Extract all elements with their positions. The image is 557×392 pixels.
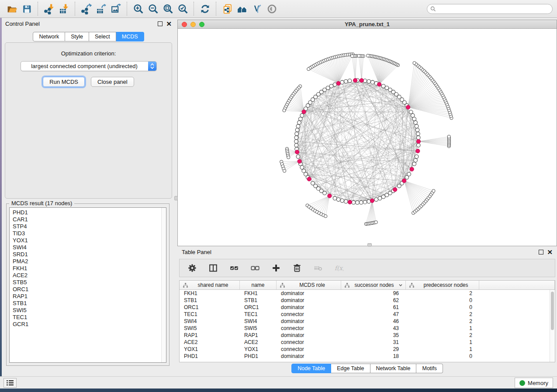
- mcds-result-node[interactable]: STB1: [13, 300, 166, 307]
- cell-mcds_role[interactable]: dominator: [277, 297, 341, 304]
- table-row[interactable]: TEC1TEC1connector472: [180, 311, 550, 318]
- zoom-selected-button[interactable]: [175, 2, 190, 15]
- cell-successor_nodes[interactable]: 96: [341, 290, 406, 297]
- mcds-result-node[interactable]: SRD1: [13, 251, 166, 258]
- cell-mcds_role[interactable]: dominator: [277, 290, 341, 297]
- table-scrollbar-thumb[interactable]: [551, 292, 554, 330]
- column-menu-icon[interactable]: [398, 283, 403, 287]
- mcds-result-node[interactable]: YOX1: [13, 237, 166, 244]
- cell-name[interactable]: SWI4: [240, 318, 277, 325]
- cell-mcds_role[interactable]: connector: [277, 339, 341, 346]
- table-float-button[interactable]: [539, 250, 543, 254]
- table-scrollbar[interactable]: [550, 290, 555, 362]
- mcds-result-node[interactable]: PHD1: [13, 209, 166, 216]
- cell-successor_nodes[interactable]: 46: [341, 318, 406, 325]
- show-graphics-details-button[interactable]: [264, 2, 279, 15]
- columns-button[interactable]: [208, 262, 219, 274]
- table-close-button[interactable]: ✕: [547, 250, 553, 254]
- network-window-titlebar[interactable]: YPA_prune.txt_1: [178, 20, 557, 29]
- close-panel-button[interactable]: ✕: [166, 21, 172, 26]
- cell-successor_nodes[interactable]: 43: [341, 325, 406, 332]
- cell-successor_nodes[interactable]: 29: [341, 346, 406, 353]
- cell-name[interactable]: RAP1: [240, 332, 277, 339]
- tab-style[interactable]: Style: [65, 32, 89, 41]
- column-header-MCDS-role[interactable]: MCDS role: [277, 281, 341, 289]
- memory-button[interactable]: Memory: [515, 378, 553, 388]
- cell-predecessor_nodes[interactable]: 2: [406, 318, 479, 325]
- mcds-list-scrollbar[interactable]: [161, 208, 166, 362]
- select-all-checkboxes-button[interactable]: [228, 262, 240, 274]
- refresh-button[interactable]: [197, 2, 212, 15]
- mcds-result-list[interactable]: PHD1CAR1STP4TID3YOX1SWI4SRD1PMA2FKH1ACE2…: [9, 207, 166, 363]
- run-mcds-button[interactable]: Run MCDS: [43, 77, 85, 87]
- cell-successor_nodes[interactable]: 35: [341, 332, 406, 339]
- export-network-button[interactable]: [79, 2, 93, 15]
- criterion-dropdown[interactable]: largest connected component (undirected): [21, 61, 157, 71]
- column-header-successor-nodes[interactable]: successor nodes: [341, 281, 406, 289]
- zoom-fit-button[interactable]: [160, 2, 175, 15]
- cell-predecessor_nodes[interactable]: 2: [406, 311, 479, 318]
- cell-successor_nodes[interactable]: 18: [341, 353, 406, 360]
- tab-select[interactable]: Select: [89, 32, 116, 41]
- cell-name[interactable]: FKH1: [240, 290, 277, 297]
- table-row[interactable]: ACE2ACE2connector311: [180, 339, 550, 346]
- tab-network-table[interactable]: Network Table: [370, 364, 417, 373]
- open-button[interactable]: [4, 2, 19, 15]
- cell-shared_name[interactable]: TEC1: [180, 311, 240, 318]
- cell-shared_name[interactable]: STB1: [180, 297, 240, 304]
- cell-name[interactable]: TEC1: [240, 311, 277, 318]
- mcds-result-node[interactable]: FKH1: [13, 265, 166, 272]
- column-header-predecessor-nodes[interactable]: predecessor nodes: [406, 281, 479, 289]
- cell-predecessor_nodes[interactable]: 2: [406, 290, 479, 297]
- table-row[interactable]: FKH1FKH1dominator962: [180, 290, 550, 297]
- cell-shared_name[interactable]: SWI4: [180, 318, 240, 325]
- mcds-result-node[interactable]: RAP1: [13, 293, 166, 300]
- cell-shared_name[interactable]: YOX1: [180, 346, 240, 353]
- cell-mcds_role[interactable]: connector: [277, 311, 341, 318]
- import-table-button[interactable]: [56, 2, 71, 15]
- cell-successor_nodes[interactable]: 62: [341, 297, 406, 304]
- cell-mcds_role[interactable]: dominator: [277, 353, 341, 360]
- add-column-button[interactable]: [270, 262, 282, 274]
- float-panel-button[interactable]: [158, 21, 163, 26]
- cell-name[interactable]: YOX1: [240, 346, 277, 353]
- horizontal-split-handle[interactable]: [367, 243, 372, 247]
- mcds-result-node[interactable]: SWI5: [13, 307, 166, 314]
- cell-predecessor_nodes[interactable]: 0: [406, 353, 479, 360]
- cell-predecessor_nodes[interactable]: 1: [406, 346, 479, 353]
- cell-shared_name[interactable]: ACE2: [180, 339, 240, 346]
- table-row[interactable]: ORC1ORC1dominator610: [180, 304, 550, 311]
- save-button[interactable]: [19, 2, 34, 15]
- zoom-out-button[interactable]: [145, 2, 160, 15]
- settings-button[interactable]: [187, 262, 198, 274]
- hide-graphics-details-button[interactable]: [249, 2, 264, 15]
- table-row[interactable]: RAP1RAP1dominator352: [180, 332, 550, 339]
- cell-mcds_role[interactable]: dominator: [277, 318, 341, 325]
- deselect-all-checkboxes-button[interactable]: [249, 262, 261, 274]
- cell-shared_name[interactable]: FKH1: [180, 290, 240, 297]
- network-canvas[interactable]: [178, 29, 557, 246]
- cell-name[interactable]: ACE2: [240, 339, 277, 346]
- mcds-result-node[interactable]: TID3: [13, 230, 166, 237]
- column-header-name[interactable]: name: [240, 281, 277, 289]
- tab-network[interactable]: Network: [33, 32, 65, 41]
- zoom-in-button[interactable]: [131, 2, 145, 15]
- export-table-button[interactable]: [93, 2, 108, 15]
- mcds-result-node[interactable]: GCR1: [13, 321, 166, 328]
- cell-mcds_role[interactable]: connector: [277, 325, 341, 332]
- mcds-result-node[interactable]: ACE2: [13, 272, 166, 279]
- mcds-result-node[interactable]: STP4: [13, 223, 166, 230]
- mcds-result-node[interactable]: PMA2: [13, 258, 166, 265]
- cell-mcds_role[interactable]: connector: [277, 346, 341, 353]
- tab-node-table[interactable]: Node Table: [291, 364, 331, 373]
- network-overview-button[interactable]: [235, 2, 249, 15]
- cell-successor_nodes[interactable]: 31: [341, 339, 406, 346]
- tab-mcds[interactable]: MCDS: [116, 32, 144, 41]
- cell-predecessor_nodes[interactable]: 0: [406, 297, 479, 304]
- mcds-result-node[interactable]: SWI4: [13, 244, 166, 251]
- import-network-button[interactable]: [42, 2, 56, 15]
- delete-column-button[interactable]: [291, 262, 303, 274]
- cell-predecessor_nodes[interactable]: 2: [406, 332, 479, 339]
- cell-predecessor_nodes[interactable]: 0: [406, 304, 479, 311]
- tab-edge-table[interactable]: Edge Table: [331, 364, 370, 373]
